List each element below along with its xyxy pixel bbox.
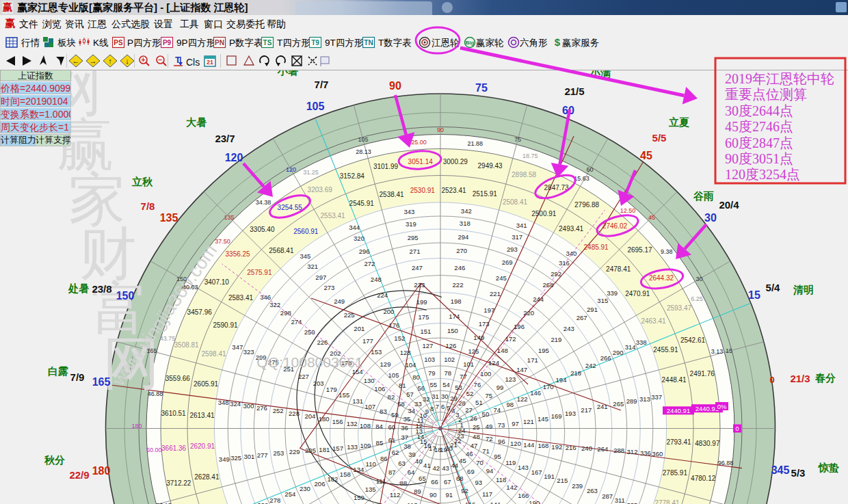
svg-text:196: 196 (514, 323, 525, 330)
svg-text:清明: 清明 (793, 284, 814, 295)
svg-text:345: 345 (771, 464, 790, 476)
svg-text:46: 46 (466, 450, 473, 457)
svg-text:228: 228 (289, 410, 300, 417)
svg-text:60: 60 (388, 423, 396, 431)
svg-text:83: 83 (380, 408, 387, 415)
svg-text:90度3051点: 90度3051点 (725, 151, 793, 166)
svg-text:175: 175 (419, 313, 429, 321)
svg-text:121: 121 (523, 418, 534, 425)
svg-text:2553.41: 2553.41 (321, 212, 346, 220)
svg-text:146: 146 (530, 389, 541, 397)
svg-text:56: 56 (417, 384, 425, 392)
svg-text:3457.96: 3457.96 (187, 308, 213, 316)
svg-text:55: 55 (430, 381, 438, 388)
svg-text:182: 182 (327, 475, 338, 483)
svg-text:226: 226 (317, 339, 328, 346)
svg-text:102: 102 (444, 356, 455, 363)
svg-text:2644.32: 2644.32 (649, 274, 674, 282)
svg-text:3407.10: 3407.10 (204, 278, 230, 286)
svg-text:312: 312 (627, 448, 638, 455)
svg-text:190: 190 (529, 499, 540, 504)
svg-text:241: 241 (597, 403, 608, 410)
svg-text:205: 205 (305, 447, 316, 454)
svg-text:2508.41: 2508.41 (503, 198, 528, 206)
svg-text:72: 72 (486, 435, 493, 442)
svg-text:2590.91: 2590.91 (213, 321, 238, 329)
svg-text:108: 108 (360, 422, 371, 429)
svg-text:37: 37 (401, 434, 409, 441)
svg-text:266: 266 (600, 354, 611, 362)
svg-text:136: 136 (382, 502, 393, 504)
svg-text:2593.47: 2593.47 (667, 304, 692, 312)
svg-text:60: 60 (586, 166, 593, 173)
svg-text:3.13: 3.13 (711, 348, 724, 355)
svg-text:80: 80 (412, 373, 420, 381)
svg-text:129: 129 (380, 360, 391, 368)
svg-text:3610.51: 3610.51 (161, 410, 187, 417)
svg-text:50: 50 (482, 410, 490, 418)
svg-text:322: 322 (269, 301, 280, 308)
svg-text:52: 52 (466, 390, 474, 397)
svg-text:57: 57 (406, 390, 414, 398)
svg-text:23/8: 23/8 (92, 283, 111, 295)
svg-text:106: 106 (374, 385, 385, 393)
svg-text:100: 100 (480, 370, 491, 377)
svg-text:2949.43: 2949.43 (478, 162, 503, 170)
svg-text:51: 51 (475, 399, 483, 406)
svg-text:134: 134 (353, 466, 364, 473)
svg-text:346: 346 (260, 293, 271, 301)
svg-text:34.38: 34.38 (256, 199, 271, 206)
svg-text:48: 48 (473, 433, 480, 440)
svg-text:92: 92 (461, 487, 468, 494)
svg-text:75: 75 (514, 136, 521, 143)
svg-text:2538.41: 2538.41 (380, 191, 405, 198)
svg-text:347: 347 (232, 343, 243, 351)
svg-text:31: 31 (432, 393, 439, 400)
svg-text:3254.55: 3254.55 (278, 204, 303, 211)
svg-text:203: 203 (313, 380, 324, 387)
svg-text:101: 101 (463, 360, 474, 368)
svg-text:66: 66 (431, 478, 438, 486)
svg-text:345: 345 (300, 252, 310, 260)
svg-text:119: 119 (505, 459, 516, 466)
svg-text:6: 6 (441, 403, 445, 410)
svg-text:3152.84: 3152.84 (340, 172, 365, 180)
svg-text:153: 153 (371, 348, 382, 356)
svg-text:2440.91: 2440.91 (667, 407, 690, 414)
svg-text:4830.97: 4830.97 (695, 440, 720, 447)
svg-text:47: 47 (471, 442, 478, 449)
svg-text:227: 227 (298, 373, 309, 380)
svg-text:30: 30 (704, 212, 717, 224)
svg-text:春分: 春分 (814, 372, 836, 384)
svg-text:289: 289 (626, 397, 637, 405)
svg-text:3: 3 (455, 411, 459, 419)
svg-text:292: 292 (551, 270, 561, 278)
svg-text:126: 126 (445, 342, 456, 349)
svg-text:2785.91: 2785.91 (663, 469, 688, 477)
svg-text:5: 5 (447, 404, 450, 412)
svg-text:7/9: 7/9 (70, 371, 85, 383)
svg-text:151: 151 (420, 328, 431, 335)
svg-text:89: 89 (414, 488, 421, 495)
svg-text:176: 176 (388, 321, 399, 329)
svg-text:85: 85 (376, 439, 384, 447)
svg-text:8: 8 (430, 405, 434, 412)
svg-text:180: 180 (131, 423, 142, 429)
svg-text:0: 0 (769, 375, 774, 385)
svg-text:159: 159 (354, 494, 365, 501)
svg-text:90: 90 (437, 127, 444, 133)
svg-text:94: 94 (486, 467, 494, 475)
svg-text:167: 167 (531, 468, 542, 476)
svg-text:173: 173 (479, 320, 490, 328)
svg-text:3559.66: 3559.66 (165, 375, 191, 382)
svg-text:317: 317 (512, 233, 522, 241)
svg-text:198: 198 (451, 297, 462, 305)
svg-text:274: 274 (291, 318, 302, 326)
svg-text:194: 194 (556, 376, 567, 384)
svg-text:287: 287 (602, 492, 613, 500)
svg-text:135: 135 (224, 214, 234, 221)
svg-text:169: 169 (551, 412, 562, 420)
svg-text:21/5: 21/5 (564, 85, 584, 97)
svg-text:74: 74 (493, 406, 501, 414)
svg-text:5/4: 5/4 (766, 282, 781, 293)
